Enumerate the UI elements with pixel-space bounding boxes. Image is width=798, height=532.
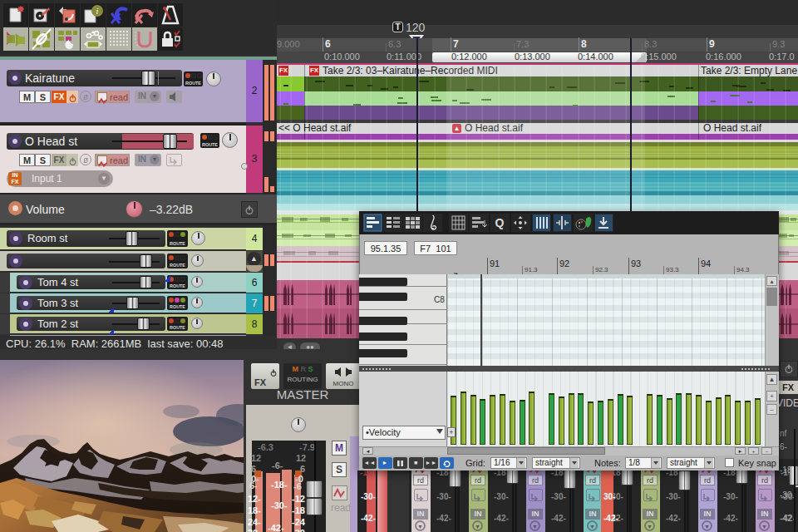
svg-text:Q: Q [495, 216, 505, 229]
svg-text:i: i [96, 7, 99, 16]
